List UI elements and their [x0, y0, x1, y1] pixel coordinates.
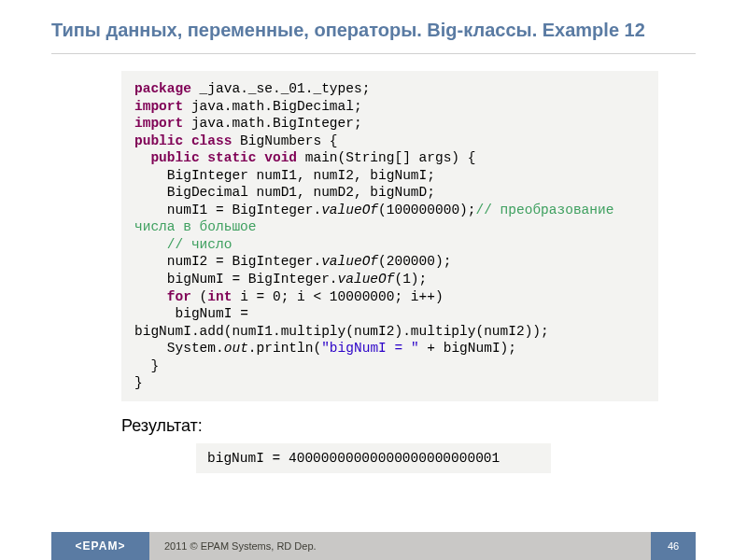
- code-method: valueOf: [338, 272, 395, 287]
- code-text: i = 0; i < 10000000; i++): [232, 289, 443, 304]
- code-text: System.: [134, 341, 224, 356]
- code-keyword: public class: [134, 133, 232, 148]
- code-text: BigNumbers {: [232, 133, 337, 148]
- code-text: BigDecimal numD1, numD2, bigNumD;: [134, 185, 435, 200]
- footer-spacer-right: [696, 532, 747, 560]
- code-string: "bigNumI = ": [321, 341, 418, 356]
- footer-logo: <EPAM>: [51, 532, 149, 560]
- code-comment: // число: [167, 237, 233, 252]
- code-keyword: import: [134, 116, 183, 131]
- code-text: .println(: [248, 341, 321, 356]
- footer-spacer-left: [0, 532, 51, 560]
- code-text: [134, 237, 167, 252]
- footer-copyright: 2011 © EPAM Systems, RD Dep.: [149, 532, 651, 560]
- result-label: Результат:: [121, 416, 747, 436]
- code-text: }: [134, 375, 143, 390]
- code-method: valueOf: [321, 203, 378, 217]
- title-divider: [51, 53, 696, 54]
- code-keyword: package: [134, 81, 191, 96]
- code-text: BigInteger numI1, numI2, bigNumI;: [134, 168, 435, 183]
- code-text: [134, 150, 150, 165]
- code-text: }: [134, 358, 159, 373]
- code-text: bigNumI = BigInteger.: [134, 272, 338, 287]
- code-text: java.math.BigInteger;: [183, 116, 361, 131]
- code-text: (200000);: [378, 254, 451, 269]
- code-block: package _java._se._01._types; import jav…: [121, 71, 658, 401]
- code-text: _java._se._01._types;: [191, 81, 370, 96]
- result-output: bigNumI = 40000000000000000000000001: [196, 443, 551, 473]
- code-text: java.math.BigDecimal;: [183, 99, 361, 114]
- footer-page-number: 46: [651, 532, 696, 560]
- footer: <EPAM> 2011 © EPAM Systems, RD Dep. 46: [0, 532, 747, 560]
- code-text: + bigNumI);: [419, 341, 516, 356]
- code-text: [134, 289, 167, 304]
- code-text: main(String[] args) {: [297, 150, 475, 165]
- code-keyword: int: [207, 289, 232, 304]
- code-text: (1);: [394, 272, 427, 287]
- code-field: out: [224, 341, 248, 356]
- code-text: (100000000);: [378, 203, 475, 217]
- code-text: bigNumI = bigNumI.add(numI1.multiply(num…: [134, 306, 549, 339]
- code-text: numI1 = BigInteger.: [134, 203, 321, 217]
- code-keyword: for: [167, 289, 191, 304]
- code-method: valueOf: [321, 254, 378, 269]
- code-text: (: [191, 289, 207, 304]
- code-text: numI2 = BigInteger.: [134, 254, 321, 269]
- slide-title: Типы данных, переменные, операторы. Big-…: [0, 0, 747, 48]
- code-keyword: import: [134, 99, 183, 114]
- code-keyword: public static void: [150, 150, 297, 165]
